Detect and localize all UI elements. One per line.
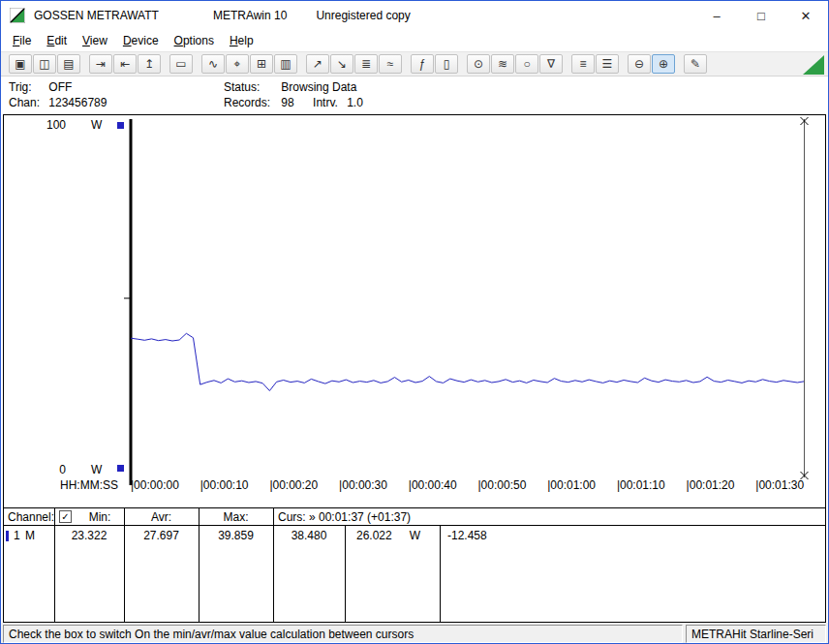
records-value: 98 [281,96,293,109]
channel-color-marker [6,531,9,541]
value-list-button[interactable]: ≣ [354,54,378,74]
column-cursor-label: Curs: » 00:01:37 (+01:37) [278,510,411,524]
print-button[interactable]: ≡ [571,54,595,74]
measurement-table: Channel: ✓ Min: Avr: Max: Curs: » 00:01:… [3,508,826,623]
x-tick-label: |00:01:10 [617,478,665,492]
titlebar-app-name: GOSSEN METRAWATT [34,9,159,22]
channel-tick-top [117,122,124,129]
table-divider [124,508,125,622]
zoom-out-button[interactable]: ⊖ [628,54,651,74]
channel-1-trace [131,333,805,390]
table-view-button[interactable]: ⊞ [250,54,273,74]
y-axis-unit-bottom: W [91,463,102,476]
column-channel-label: Channel: [8,510,54,524]
y-axis-min-label: 0 [31,463,66,476]
menu-device[interactable]: Device [115,32,167,49]
acquisition-info-panel: Trig: OFF Chan: 123456789 Status: Browsi… [1,77,828,114]
annotation-button[interactable]: ✎ [684,54,707,74]
save-chart-button[interactable]: ↘ [330,54,353,74]
display-window-button[interactable]: ▯ [435,54,458,74]
x-tick-label: |00:00:30 [339,478,387,492]
row-cursor1-value: 38.480 [273,529,345,542]
statusbar-device-name: METRAHit Starline-Seri [686,625,826,643]
x-tick-label: |00:00:40 [409,478,457,492]
brand-triangle-logo [803,55,824,77]
menu-edit[interactable]: Edit [39,32,75,49]
channel-value: 123456789 [48,96,107,109]
row-max-value: 39.859 [199,529,273,542]
trigger-label: Trig: [9,79,46,95]
open-file-button[interactable]: ▤ [57,54,80,74]
records-label: Records: [224,95,278,110]
row-channel-number: 1 [14,529,20,542]
statusbar: Check the box to switch On the min/avr/m… [1,623,828,644]
table-header: Channel: ✓ Min: Avr: Max: Curs: » 00:01:… [4,508,825,526]
row-cursor2-unit: W [410,529,420,542]
table-divider [345,526,346,622]
close-button[interactable]: ✕ [783,1,828,30]
device-window-button[interactable]: ▭ [169,54,193,74]
status-label: Status: [224,79,278,95]
toolbar: ▣◫▤⇥⇤↥▭∿⌖⊞▥↗↘≣≈ƒ▯⊙≋○∇≡☰⊖⊕✎ [1,51,828,77]
y-axis-max-label: 100 [31,118,66,132]
maximize-button[interactable]: □ [739,1,783,30]
menubar: File Edit View Device Options Help [1,30,828,51]
scope-view-button[interactable]: ≈ [379,54,402,74]
copy-chart-button[interactable]: ↗ [306,54,329,74]
row-avr-value: 27.697 [124,529,199,542]
menu-file[interactable]: File [5,32,39,49]
timer-button[interactable]: ○ [515,54,538,74]
x-tick-label: |00:00:20 [269,478,318,492]
y-axis-unit-top: W [91,118,102,132]
export-data-button[interactable]: ⇥ [89,54,112,74]
channel-label: Chan: [9,95,46,110]
yt-chart-button[interactable]: ∿ [201,54,225,74]
column-min-label: Min: [76,510,124,524]
cursor-1-line [130,119,133,485]
channel-tick-bottom [117,465,124,472]
waveform-plot[interactable] [131,125,825,472]
save-file-button[interactable]: ◫ [33,54,56,74]
row-cursor2-value-group: 26.022 W [345,529,440,542]
dual-channel-button[interactable]: ≋ [491,54,514,74]
row-min-value: 23.322 [54,529,124,542]
chart-panel: 100 W 0 W HH:MM:SS |00:00:00|00:00:10|00… [3,114,826,508]
column-avr-label: Avr: [124,510,199,524]
titlebar-product-name: METRAwin 10 [213,9,287,22]
row-cursor-difference: -12.458 [447,529,487,542]
eject-data-button[interactable]: ↥ [138,54,161,74]
zoom-in-button[interactable]: ⊕ [652,54,675,74]
app-window: GOSSEN METRAWATT METRAwin 10 Unregistere… [0,0,829,644]
crosshair-xy-button[interactable]: ⌖ [226,54,249,74]
minmax-between-cursors-checkbox[interactable]: ✓ [59,510,72,523]
menu-help[interactable]: Help [222,32,261,49]
x-tick-label: |00:00:50 [478,478,527,492]
titlebar: GOSSEN METRAWATT METRAwin 10 Unregistere… [1,1,828,30]
import-data-button[interactable]: ⇤ [113,54,137,74]
trigger-value: OFF [48,80,72,94]
bar-graph-button[interactable]: ▥ [274,54,297,74]
print-preview-button[interactable]: ☰ [596,54,619,74]
interval-label: Intrv. [313,95,338,110]
menu-options[interactable]: Options [167,32,222,49]
table-divider [54,508,55,622]
filter-button[interactable]: ∇ [539,54,563,74]
x-tick-label: |00:01:00 [547,478,596,492]
row-channel-mode: M [25,529,35,542]
checkbox-check-icon: ✓ [61,512,69,522]
x-axis-format-label: HH:MM:SS [60,478,118,492]
status-value: Browsing Data [281,80,356,94]
x-tick-label: |00:01:30 [755,478,804,492]
minimize-button[interactable]: – [694,1,739,30]
titlebar-license-status: Unregistered copy [316,9,410,22]
formula-button[interactable]: ƒ [411,54,434,74]
menu-view[interactable]: View [75,32,115,49]
row-cursor2-value: 26.022 [356,529,392,542]
table-divider [440,526,441,622]
app-logo-icon [10,8,25,23]
window-controls: – □ ✕ [694,1,828,30]
x-axis: HH:MM:SS |00:00:00|00:00:10|00:00:20|00:… [4,478,825,496]
analog-meter-button[interactable]: ⊙ [467,54,490,74]
x-tick-label: |00:00:10 [200,478,249,492]
new-file-button[interactable]: ▣ [9,54,32,74]
